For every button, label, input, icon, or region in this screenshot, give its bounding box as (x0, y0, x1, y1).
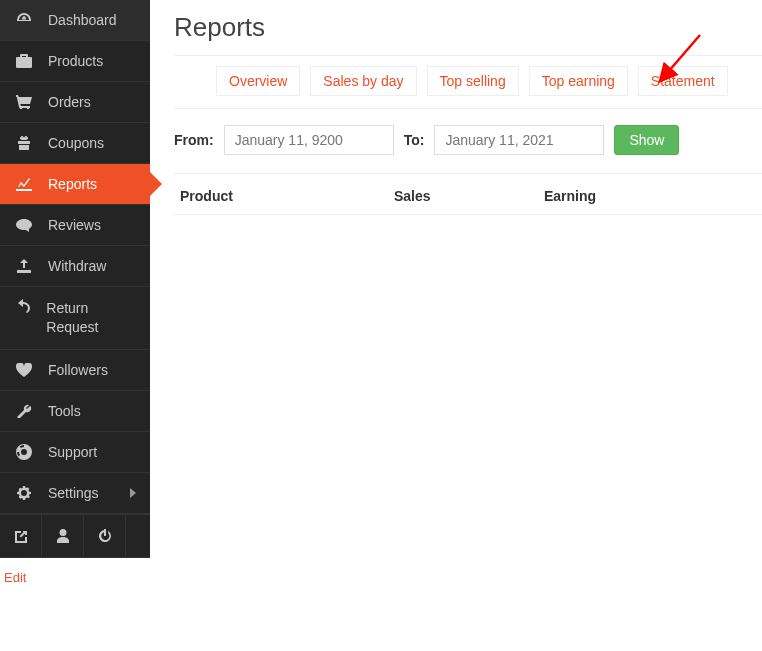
sidebar-item-support[interactable]: Support (0, 432, 150, 473)
tab-top-selling[interactable]: Top selling (427, 66, 519, 96)
power-button[interactable] (84, 515, 126, 557)
sidebar: Dashboard Products Orders Coupons Report (0, 0, 150, 558)
external-link-button[interactable] (0, 515, 42, 557)
sidebar-item-label: Tools (48, 403, 81, 419)
sidebar-item-settings[interactable]: Settings (0, 473, 150, 514)
sidebar-item-label: Reports (48, 176, 97, 192)
sidebar-item-label: Return Request (46, 299, 136, 337)
life-ring-icon (14, 444, 34, 460)
date-filter-row: From: To: Show (174, 109, 762, 174)
column-header-earning: Earning (544, 188, 762, 204)
gear-icon (14, 485, 34, 501)
briefcase-icon (14, 54, 34, 68)
wrench-icon (14, 404, 34, 418)
heart-icon (14, 363, 34, 377)
sidebar-item-followers[interactable]: Followers (0, 350, 150, 391)
sidebar-item-return-request[interactable]: Return Request (0, 287, 150, 350)
sidebar-item-coupons[interactable]: Coupons (0, 123, 150, 164)
page-title: Reports (174, 12, 762, 43)
sidebar-item-label: Orders (48, 94, 91, 110)
column-header-sales: Sales (394, 188, 544, 204)
undo-icon (14, 299, 32, 313)
bottom-icon-row (0, 514, 150, 558)
edit-link[interactable]: Edit (0, 564, 150, 591)
sidebar-item-reviews[interactable]: Reviews (0, 205, 150, 246)
column-header-product: Product (174, 188, 394, 204)
sidebar-item-label: Support (48, 444, 97, 460)
sidebar-item-label: Products (48, 53, 103, 69)
dashboard-icon (14, 12, 34, 28)
table-header-row: Product Sales Earning (174, 174, 762, 215)
to-date-input[interactable] (434, 125, 604, 155)
sidebar-item-label: Coupons (48, 135, 104, 151)
sidebar-item-dashboard[interactable]: Dashboard (0, 0, 150, 41)
main-content: Reports Overview Sales by day Top sellin… (150, 0, 762, 558)
tab-statement[interactable]: Statement (638, 66, 728, 96)
upload-icon (14, 259, 34, 273)
gift-icon (14, 136, 34, 150)
sidebar-item-reports[interactable]: Reports (0, 164, 150, 205)
sidebar-item-orders[interactable]: Orders (0, 82, 150, 123)
from-date-input[interactable] (224, 125, 394, 155)
comment-icon (14, 218, 34, 232)
sidebar-item-tools[interactable]: Tools (0, 391, 150, 432)
sidebar-item-label: Reviews (48, 217, 101, 233)
cart-icon (14, 95, 34, 109)
to-label: To: (404, 132, 425, 148)
chevron-right-icon (130, 488, 136, 498)
from-label: From: (174, 132, 214, 148)
show-button[interactable]: Show (614, 125, 679, 155)
sidebar-item-products[interactable]: Products (0, 41, 150, 82)
tab-sales-by-day[interactable]: Sales by day (310, 66, 416, 96)
tab-top-earning[interactable]: Top earning (529, 66, 628, 96)
tab-overview[interactable]: Overview (216, 66, 300, 96)
sidebar-item-label: Followers (48, 362, 108, 378)
report-tabs: Overview Sales by day Top selling Top ea… (174, 66, 762, 109)
sidebar-item-label: Settings (48, 485, 99, 501)
sidebar-item-label: Withdraw (48, 258, 106, 274)
sidebar-item-label: Dashboard (48, 12, 117, 28)
sidebar-item-withdraw[interactable]: Withdraw (0, 246, 150, 287)
chart-line-icon (14, 177, 34, 191)
user-button[interactable] (42, 515, 84, 557)
